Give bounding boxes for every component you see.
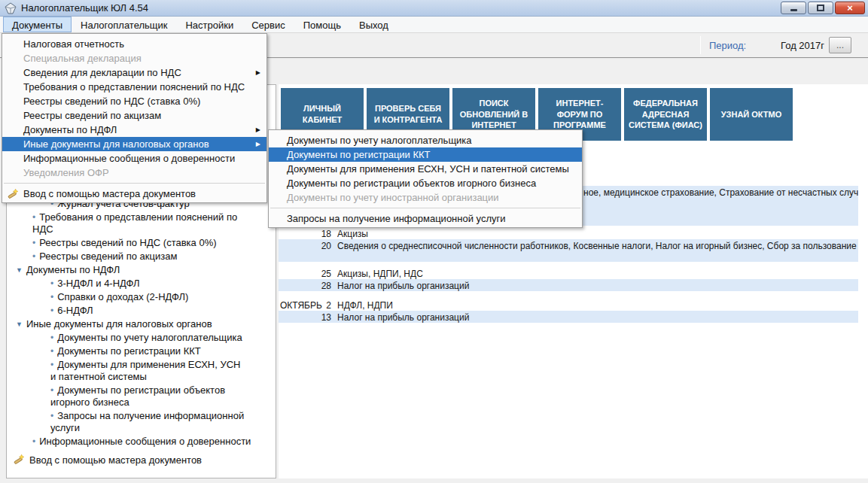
other-documents-submenu: Документы по учету налогоплательщика Док…: [268, 129, 583, 228]
menu-item-ofr-notifications: Уведомления ОФР: [2, 166, 266, 180]
tree-item-6ndfl[interactable]: •6-НДФЛ: [7, 305, 246, 317]
window-title: Налогоплательщик ЮЛ 4.54: [21, 2, 148, 14]
minimize-button[interactable]: [781, 2, 806, 14]
minimize-icon: [790, 9, 797, 11]
month-label: ОКТЯБРЬ: [280, 300, 316, 311]
expanded-triangle-icon: ▼: [16, 320, 23, 328]
magic-wand-icon: [7, 188, 19, 200]
submenu-item-gambling-objects[interactable]: Документы по регистрации объектов игорно…: [269, 176, 582, 190]
deadline-row[interactable]: ОКТЯБРЬ 2 НДФЛ, НДПИ: [279, 299, 858, 311]
oktmo-button[interactable]: УЗНАЙ ОКТМО: [710, 88, 793, 141]
bullet-icon: •: [32, 212, 35, 223]
close-button[interactable]: ×: [835, 2, 865, 14]
bullet-icon: •: [50, 305, 53, 316]
bullet-icon: •: [50, 360, 53, 370]
bullet-icon: •: [50, 411, 53, 421]
titlebar: Налогоплательщик ЮЛ 4.54 ×: [0, 0, 868, 17]
app-window: Налогоплательщик ЮЛ 4.54 × Документы Нал…: [0, 0, 868, 483]
menu-item-special-declaration: Специальная декларация: [2, 51, 266, 65]
submenu-arrow-icon: ▶: [256, 123, 260, 137]
menu-exit[interactable]: Выход: [350, 17, 397, 32]
bullet-icon: •: [50, 385, 53, 396]
bullet-icon: •: [32, 238, 35, 248]
bullet-icon: •: [50, 333, 53, 343]
deadline-row[interactable]: 13 Налог на прибыль организаций: [279, 311, 858, 323]
deadline-row[interactable]: 18 Акцизы: [279, 227, 858, 239]
menu-item-power-of-attorney[interactable]: Информационные сообщения о доверенности: [2, 151, 266, 166]
menu-item-vat-declaration-info[interactable]: Сведения для декларации по НДС▶: [2, 65, 266, 80]
document-wizard-item[interactable]: Ввод с помощью мастера документов: [7, 454, 276, 466]
tree-item-vat-registers[interactable]: •Реестры сведений по НДС (ставка 0%): [7, 237, 255, 249]
period-label: Период:: [709, 40, 746, 51]
deadline-row[interactable]: 25 Акцизы, НДПИ, НДС: [279, 267, 858, 279]
tree-item-3ndfl-4ndfl[interactable]: •3-НДФЛ и 4-НДФЛ: [7, 278, 246, 290]
submenu-item-foreign-organization: Документы по учету иностранной организац…: [269, 190, 582, 205]
expanded-triangle-icon: ▼: [16, 266, 23, 274]
tree-item-taxpayer-accounting[interactable]: •Документы по учету налогоплательщика: [7, 332, 246, 344]
bullet-icon: •: [50, 346, 53, 357]
period-browse-button[interactable]: ...: [829, 37, 851, 53]
toolbar-separator: [700, 36, 701, 54]
menu-item-other-documents[interactable]: Иные документы для налоговых органов▶: [2, 137, 266, 151]
menu-item-document-wizard[interactable]: Ввод с помощью мастера документов: [2, 187, 266, 201]
submenu-item-info-service-requests[interactable]: Запросы на получение информационной услу…: [269, 211, 582, 226]
menu-item-vat-registers[interactable]: Реестры сведений по НДС (ставка 0%): [2, 94, 266, 108]
bullet-icon: •: [50, 292, 53, 302]
submenu-arrow-icon: ▶: [256, 137, 260, 151]
tree-item-power-of-attorney[interactable]: •Информационные сообщения о доверенности: [7, 436, 255, 448]
period-value: Год 2017г: [781, 40, 824, 51]
bullet-icon: •: [32, 251, 35, 262]
tree-node-other-documents[interactable]: ▼Иные документы для налоговых органов: [7, 318, 255, 330]
menubar: Документы Налогоплательщик Настройки Сер…: [0, 17, 868, 33]
submenu-arrow-icon: ▶: [256, 65, 260, 80]
tree-item-excise-registers[interactable]: •Реестры сведений по акцизам: [7, 251, 255, 263]
deadline-row[interactable]: 28 Налог на прибыль организаций: [279, 279, 858, 291]
documents-menu: Налоговая отчетность Специальная деклара…: [2, 33, 267, 203]
maximize-button[interactable]: [808, 2, 833, 14]
menu-help[interactable]: Помощь: [294, 17, 350, 32]
menu-service[interactable]: Сервис: [242, 17, 294, 32]
menu-documents[interactable]: Документы: [3, 17, 72, 32]
tree-item-eshn-usn-patent[interactable]: •Документы для применения ЕСХН, УСН и па…: [7, 359, 246, 383]
close-icon: ×: [847, 3, 853, 13]
menu-item-vat-explanations[interactable]: Требования о представлении пояснений по …: [2, 80, 266, 94]
fias-button[interactable]: ФЕДЕРАЛЬНАЯ АДРЕСНАЯ СИСТЕМА (ФИАС): [624, 88, 707, 141]
tree-item-vat-explanations[interactable]: •Требования о представлении пояснений по…: [7, 211, 255, 235]
tree-item-info-service-requests[interactable]: •Запросы на получение информационной усл…: [7, 410, 246, 434]
menu-separator: [4, 183, 265, 184]
tree-item-kkt-registration[interactable]: •Документы по регистрации ККТ: [7, 345, 246, 357]
submenu-item-taxpayer-accounting[interactable]: Документы по учету налогоплательщика: [269, 133, 582, 147]
menu-item-tax-reporting[interactable]: Налоговая отчетность: [2, 37, 266, 51]
bullet-icon: •: [32, 436, 35, 447]
submenu-item-kkt-registration[interactable]: Документы по регистрации ККТ: [269, 147, 582, 162]
menu-item-ndfl-documents[interactable]: Документы по НДФЛ▶: [2, 123, 266, 137]
deadline-row[interactable]: 20 Сведения о среднесписочной численност…: [279, 239, 858, 262]
tree-node-ndfl-documents[interactable]: ▼Документы по НДФЛ: [7, 264, 255, 276]
tree-item-gambling-objects[interactable]: •Документы по регистрации объектов игорн…: [7, 384, 246, 409]
app-icon: [5, 2, 17, 14]
menu-separator: [270, 208, 580, 208]
menu-settings[interactable]: Настройки: [176, 17, 242, 32]
menu-taxpayer[interactable]: Налогоплательщик: [72, 17, 176, 32]
menu-item-excise-registers[interactable]: Реестры сведений по акцизам: [2, 108, 266, 123]
submenu-item-eshn-usn-patent[interactable]: Документы для применения ЕСХН, УСН и пат…: [269, 162, 582, 176]
bullet-icon: •: [50, 278, 53, 289]
magic-wand-icon: [13, 454, 25, 466]
maximize-icon: [817, 5, 824, 11]
tree-item-2ndfl[interactable]: •Справки о доходах (2-НДФЛ): [7, 291, 246, 303]
